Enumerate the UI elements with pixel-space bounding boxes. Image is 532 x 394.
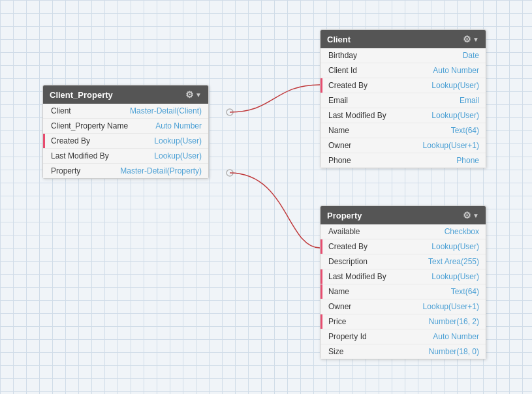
field-type: Lookup(User) <box>431 242 479 251</box>
field-name: Created By <box>51 136 90 145</box>
table-row: EmailEmail <box>321 93 486 108</box>
field-type: Text(64) <box>451 287 479 296</box>
gear-icon-property[interactable]: ⚙ <box>463 210 471 220</box>
entity-card-client-property: Client_Property ⚙ ▼ ClientMaster-Detail(… <box>42 85 209 179</box>
entity-header-actions-client[interactable]: ⚙ ▼ <box>463 34 479 44</box>
field-type: Master-Detail(Client) <box>130 106 202 115</box>
entity-title-client-property: Client_Property <box>50 90 113 100</box>
field-name: Size <box>328 347 343 356</box>
field-name: Property Id <box>328 332 367 341</box>
entity-title-property: Property <box>327 211 362 220</box>
field-name: Description <box>328 257 368 266</box>
table-row: PropertyMaster-Detail(Property) <box>43 164 208 178</box>
table-row: Created ByLookup(User) <box>43 134 208 149</box>
entity-header-property: Property ⚙ ▼ <box>321 206 486 224</box>
field-name: Email <box>328 96 348 105</box>
field-type: Lookup(User+1) <box>423 141 479 150</box>
field-type: Phone <box>456 156 479 165</box>
field-type: Lookup(User) <box>154 136 202 145</box>
table-row: Client IdAuto Number <box>321 63 486 78</box>
chevron-down-icon-property[interactable]: ▼ <box>473 212 479 219</box>
svg-point-0 <box>227 109 233 115</box>
field-type: Auto Number <box>433 332 479 341</box>
field-name: Created By <box>328 242 368 251</box>
table-row: OwnerLookup(User+1) <box>321 138 486 153</box>
gear-icon-client[interactable]: ⚙ <box>463 34 471 44</box>
table-row: Last Modified ByLookup(User) <box>321 108 486 123</box>
entity-title-client: Client <box>327 35 351 44</box>
field-type: Master-Detail(Property) <box>120 166 202 175</box>
field-name: Last Modified By <box>328 272 386 281</box>
entity-header-client: Client ⚙ ▼ <box>321 30 486 48</box>
field-name: Phone <box>328 156 351 165</box>
field-name: Birthday <box>328 51 357 60</box>
table-row: NameText(64) <box>321 284 486 299</box>
field-type: Number(18, 0) <box>429 347 479 356</box>
chevron-down-icon[interactable]: ▼ <box>195 91 202 98</box>
field-name: Client <box>51 106 71 115</box>
field-name: Owner <box>328 141 351 150</box>
table-row: ClientMaster-Detail(Client) <box>43 104 208 119</box>
svg-point-1 <box>227 170 233 176</box>
field-name: Last Modified By <box>328 111 386 120</box>
field-name: Property <box>51 166 80 175</box>
field-type: Auto Number <box>433 66 479 75</box>
table-row: PhonePhone <box>321 153 486 168</box>
entity-fields-property: AvailableCheckboxCreated ByLookup(User)D… <box>321 224 486 359</box>
field-type: Number(16, 2) <box>429 317 479 326</box>
chevron-down-icon-client[interactable]: ▼ <box>473 36 479 43</box>
entity-header-actions[interactable]: ⚙ ▼ <box>185 89 202 100</box>
table-row: BirthdayDate <box>321 48 486 63</box>
table-row: OwnerLookup(User+1) <box>321 299 486 314</box>
entity-card-client: Client ⚙ ▼ BirthdayDateClient IdAuto Num… <box>320 29 486 168</box>
table-row: Client_Property NameAuto Number <box>43 119 208 134</box>
table-row: Last Modified ByLookup(User) <box>321 269 486 284</box>
field-name: Client_Property Name <box>51 121 128 130</box>
entity-fields-client: BirthdayDateClient IdAuto NumberCreated … <box>321 48 486 168</box>
table-row: Created ByLookup(User) <box>321 239 486 254</box>
field-type: Lookup(User) <box>431 272 479 281</box>
table-row: AvailableCheckbox <box>321 224 486 239</box>
field-name: Client Id <box>328 66 357 75</box>
field-name: Owner <box>328 302 351 311</box>
table-row: SizeNumber(18, 0) <box>321 344 486 359</box>
table-row: PriceNumber(16, 2) <box>321 314 486 329</box>
field-type: Date <box>463 51 479 60</box>
field-name: Created By <box>328 81 368 90</box>
table-row: Created ByLookup(User) <box>321 78 486 93</box>
field-type: Email <box>460 96 479 105</box>
field-type: Lookup(User) <box>154 151 202 160</box>
field-type: Text(64) <box>451 126 479 135</box>
field-name: Name <box>328 126 349 135</box>
table-row: NameText(64) <box>321 123 486 138</box>
field-type: Lookup(User+1) <box>423 302 479 311</box>
field-type: Checkbox <box>445 227 479 236</box>
field-name: Price <box>328 317 346 326</box>
field-name: Name <box>328 287 349 296</box>
field-type: Lookup(User) <box>431 81 479 90</box>
field-name: Last Modified By <box>51 151 109 160</box>
entity-card-property: Property ⚙ ▼ AvailableCheckboxCreated By… <box>320 205 486 359</box>
field-name: Available <box>328 227 360 236</box>
field-type: Lookup(User) <box>431 111 479 120</box>
field-type: Auto Number <box>155 121 202 130</box>
entity-fields-client-property: ClientMaster-Detail(Client)Client_Proper… <box>43 104 208 178</box>
table-row: DescriptionText Area(255) <box>321 254 486 269</box>
gear-icon[interactable]: ⚙ <box>185 89 194 100</box>
table-row: Last Modified ByLookup(User) <box>43 149 208 164</box>
table-row: Property IdAuto Number <box>321 329 486 344</box>
entity-header-client-property: Client_Property ⚙ ▼ <box>43 85 208 104</box>
entity-header-actions-property[interactable]: ⚙ ▼ <box>463 210 479 220</box>
field-type: Text Area(255) <box>428 257 479 266</box>
